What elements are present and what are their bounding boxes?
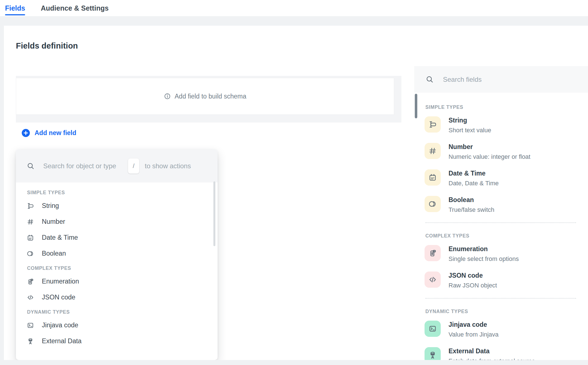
dropdown-item-label: Number [42,218,65,225]
type-card-title: JSON code [449,272,497,279]
enumeration-icon [26,278,34,285]
type-card-title: Number [449,143,530,151]
fields-panel-scrollbar-thumb[interactable] [415,94,417,118]
type-icon-tile [425,196,441,212]
type-card-description: Value from Jinjava [449,331,498,338]
string-icon [26,202,34,210]
type-card-texts: Date & TimeDate, Date & Time [449,169,499,187]
dropdown-item-label: Date & Time [42,234,78,241]
field-type-card-number[interactable]: NumberNumeric value: integer or float [425,143,577,160]
type-card-texts: Jinjava codeValue from Jinjava [449,321,498,338]
info-icon [164,93,171,100]
type-card-title: Enumeration [449,245,519,253]
type-icon-tile [425,321,441,337]
type-card-description: Short text value [449,127,491,134]
dotted-divider [425,222,576,223]
dropdown-item-external-data[interactable]: External Data [16,333,218,349]
type-icon-tile [425,169,441,186]
fields-panel-section-label: DYNAMIC TYPES [425,309,577,314]
fields-panel-search-bar [414,66,588,93]
field-type-card-jinjava-code[interactable]: Jinjava codeValue from Jinjava [425,321,577,338]
dropdown-scrollbar-thumb[interactable] [213,181,215,246]
slash-shortcut-keycap: / [128,159,139,174]
field-type-card-date-time[interactable]: Date & TimeDate, Date & Time [425,169,577,187]
dropdown-search-hint: to show actions [145,162,191,170]
dropdown-item-label: External Data [42,337,81,345]
type-card-title: Date & Time [449,170,499,177]
boolean-icon [26,250,34,258]
type-card-description: Raw JSON object [449,282,497,289]
dropdown-type-list: SIMPLE TYPESStringNumberDate & TimeBoole… [16,182,218,349]
external-data-icon [26,337,34,345]
dropdown-section-label: SIMPLE TYPES [16,190,218,196]
dropdown-item-label: Boolean [42,250,66,257]
dropdown-item-label: Jinjava code [42,321,78,329]
fields-panel-section-label: SIMPLE TYPES [425,104,577,110]
field-type-card-boolean[interactable]: BooleanTrue/false switch [425,196,577,213]
tab-bar: Fields Audience & Settings [0,0,588,16]
type-card-description: Single select from options [449,255,519,263]
type-card-title: Boolean [449,196,494,204]
type-card-texts: EnumerationSingle select from options [449,245,519,263]
field-type-card-string[interactable]: StringShort text value [425,116,577,134]
type-card-description: Numeric value: integer or float [449,153,530,160]
fields-panel-search-input[interactable] [442,75,563,84]
dropdown-search-input[interactable] [43,162,127,170]
field-type-card-json-code[interactable]: JSON codeRaw JSON object [425,272,577,289]
calendar-icon [26,234,34,242]
type-card-title: Jinjava code [449,321,498,328]
schema-builder-panel: Add field to build schema [16,76,401,123]
type-icon-tile [425,245,441,261]
type-icon-tile [425,116,441,133]
number-icon [26,218,34,226]
tab-fields[interactable]: Fields [5,0,25,16]
type-card-texts: StringShort text value [449,116,491,134]
tab-audience-settings-label: Audience & Settings [41,4,109,12]
dropdown-item-label: JSON code [42,294,75,301]
tab-fields-label: Fields [5,4,25,12]
dropdown-item-number[interactable]: Number [16,214,218,230]
type-card-description: Date, Date & Time [449,180,499,187]
dropdown-section-label: COMPLEX TYPES [16,265,218,271]
add-new-field-button[interactable]: Add new field [22,129,76,137]
type-card-title: External Data [449,347,535,355]
dropdown-item-json-code[interactable]: JSON code [16,289,218,305]
jinjava-icon [26,321,34,329]
json-icon [26,294,34,301]
search-icon [26,162,35,170]
dropdown-item-enumeration[interactable]: Enumeration [16,273,218,289]
fields-panel: SIMPLE TYPESStringShort text valueNumber… [414,93,588,360]
schema-empty-state: Add field to build schema [16,78,394,115]
type-card-texts: NumberNumeric value: integer or float [449,143,530,160]
type-icon-tile [425,272,441,288]
type-card-texts: BooleanTrue/false switch [449,196,494,213]
dropdown-item-label: String [42,202,59,210]
search-icon [425,75,434,84]
empty-state-text: Add field to build schema [175,93,246,100]
fields-panel-sections: SIMPLE TYPESStringShort text valueNumber… [425,104,577,365]
field-type-dropdown: / to show actions SIMPLE TYPESStringNumb… [16,150,218,360]
add-new-field-label: Add new field [35,129,76,137]
type-icon-tile [425,143,441,159]
active-tab-underline [5,14,25,15]
tab-audience-settings[interactable]: Audience & Settings [41,0,109,16]
page-bottom-edge [0,360,588,365]
fields-panel-section-label: COMPLEX TYPES [425,233,577,239]
type-card-description: True/false switch [449,206,494,213]
dropdown-item-boolean[interactable]: Boolean [16,246,218,261]
dropdown-item-date-time[interactable]: Date & Time [16,230,218,246]
dropdown-item-string[interactable]: String [16,198,218,214]
plus-circle-icon [22,129,30,137]
dropdown-item-jinjava-code[interactable]: Jinjava code [16,317,218,333]
dotted-divider [425,298,576,299]
dropdown-section-label: DYNAMIC TYPES [16,309,218,315]
page-title: Fields definition [16,41,78,51]
type-card-title: String [449,117,491,124]
dropdown-search-bar: / to show actions [16,150,218,182]
type-card-texts: JSON codeRaw JSON object [449,272,497,289]
dropdown-item-label: Enumeration [42,278,79,285]
field-type-card-enumeration[interactable]: EnumerationSingle select from options [425,245,577,263]
